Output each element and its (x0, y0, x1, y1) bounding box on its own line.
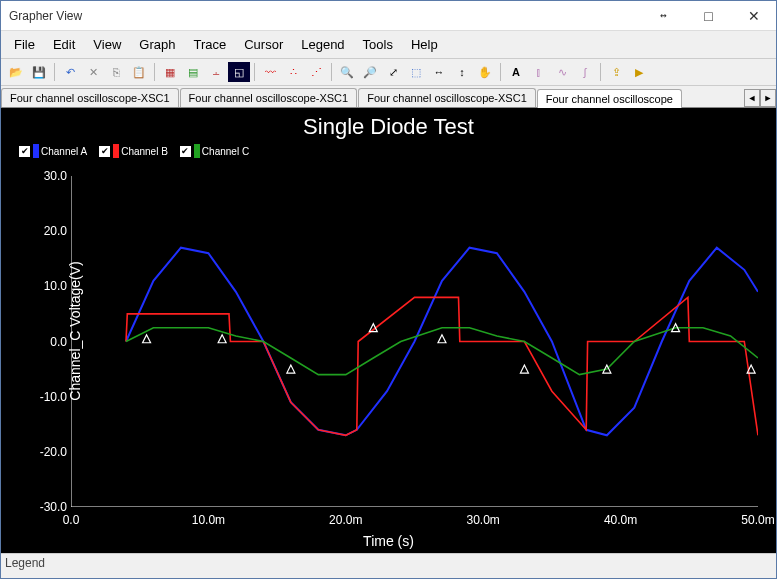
cursor-marker-left[interactable] (0, 336, 1, 346)
tab-3[interactable]: Four channel oscilloscope (537, 89, 682, 108)
bw-icon[interactable]: ◱ (228, 62, 250, 82)
fft-icon[interactable]: ∿ (551, 62, 573, 82)
x-tick: 50.0m (741, 513, 774, 527)
zoom-y-icon[interactable]: ↕ (451, 62, 473, 82)
trace-both-icon[interactable]: ⋰ (305, 62, 327, 82)
y-tick: 30.0 (44, 169, 67, 183)
checkbox-icon[interactable]: ✔ (99, 146, 110, 157)
close-button[interactable]: ✕ (731, 1, 776, 30)
swatch-b (113, 144, 119, 158)
x-tick: 0.0 (63, 513, 80, 527)
undo-icon[interactable]: ↶ (59, 62, 81, 82)
open-icon[interactable]: 📂 (5, 62, 27, 82)
tab-2[interactable]: Four channel oscilloscope-XSC1 (358, 88, 536, 107)
window-buttons: ↔ □ ✕ (641, 1, 776, 30)
menu-help[interactable]: Help (402, 34, 447, 55)
plot-title: Single Diode Test (1, 108, 776, 142)
grid-icon[interactable]: ▦ (159, 62, 181, 82)
trace-channel-b (126, 297, 758, 435)
y-tick: -20.0 (40, 445, 67, 459)
y-tick: -10.0 (40, 390, 67, 404)
separator (54, 63, 55, 81)
simulate-icon[interactable]: ▶ (628, 62, 650, 82)
separator (154, 63, 155, 81)
y-tick: 0.0 (50, 335, 67, 349)
paste-icon[interactable]: 📋 (128, 62, 150, 82)
plot-svg (71, 176, 758, 507)
maximize-button[interactable]: □ (686, 1, 731, 30)
tab-0[interactable]: Four channel oscilloscope-XSC1 (1, 88, 179, 107)
legend-label-b: Channel B (121, 146, 168, 157)
legend-item-c[interactable]: ✔ Channel C (180, 144, 249, 158)
menu-file[interactable]: File (5, 34, 44, 55)
zoom-in-icon[interactable]: 🔍 (336, 62, 358, 82)
tab-scroll-right-icon[interactable]: ► (760, 89, 776, 107)
x-tick: 30.0m (467, 513, 500, 527)
pan-icon[interactable]: ✋ (474, 62, 496, 82)
swatch-c (194, 144, 200, 158)
text-icon[interactable]: A (505, 62, 527, 82)
math-icon[interactable]: ∫ (574, 62, 596, 82)
separator (500, 63, 501, 81)
menu-graph[interactable]: Graph (130, 34, 184, 55)
tab-scroll-left-icon[interactable]: ◄ (744, 89, 760, 107)
tab-1[interactable]: Four channel oscilloscope-XSC1 (180, 88, 358, 107)
save-icon[interactable]: 💾 (28, 62, 50, 82)
svg-marker-4 (438, 335, 446, 343)
x-axis-ticks: 0.010.0m20.0m30.0m40.0m50.0m (71, 513, 758, 531)
checkbox-icon[interactable]: ✔ (19, 146, 30, 157)
x-tick: 20.0m (329, 513, 362, 527)
export-icon[interactable]: ⇪ (605, 62, 627, 82)
swatch-a (33, 144, 39, 158)
legend-label-a: Channel A (41, 146, 87, 157)
zoom-out-icon[interactable]: 🔎 (359, 62, 381, 82)
measure-icon[interactable]: ⫿ (528, 62, 550, 82)
cursor-icon[interactable]: ⫠ (205, 62, 227, 82)
menu-edit[interactable]: Edit (44, 34, 84, 55)
zoom-fit-icon[interactable]: ⤢ (382, 62, 404, 82)
tab-bar: Four channel oscilloscope-XSC1 Four chan… (1, 86, 776, 108)
menu-bar: File Edit View Graph Trace Cursor Legend… (1, 31, 776, 59)
plot-canvas[interactable] (71, 176, 758, 507)
plot-area[interactable]: Single Diode Test ✔ Channel A ✔ Channel … (1, 108, 776, 553)
trace-points-icon[interactable]: ∴ (282, 62, 304, 82)
svg-marker-2 (287, 365, 295, 373)
legend-item-b[interactable]: ✔ Channel B (99, 144, 168, 158)
window-title: Grapher View (9, 9, 82, 23)
plot-legend: ✔ Channel A ✔ Channel B ✔ Channel C (1, 142, 776, 160)
restore-down-icon[interactable]: ↔ (641, 1, 686, 30)
separator (254, 63, 255, 81)
copy-icon[interactable]: ⎘ (105, 62, 127, 82)
menu-view[interactable]: View (84, 34, 130, 55)
zoom-x-icon[interactable]: ↔ (428, 62, 450, 82)
svg-marker-0 (143, 335, 151, 343)
menu-trace[interactable]: Trace (184, 34, 235, 55)
svg-marker-1 (218, 335, 226, 343)
menu-legend[interactable]: Legend (292, 34, 353, 55)
separator (331, 63, 332, 81)
legend-footer[interactable]: Legend (1, 553, 776, 572)
y-tick: 20.0 (44, 224, 67, 238)
menu-cursor[interactable]: Cursor (235, 34, 292, 55)
legend-icon[interactable]: ▤ (182, 62, 204, 82)
legend-item-a[interactable]: ✔ Channel A (19, 144, 87, 158)
y-axis-ticks: 30.020.010.00.0-10.0-20.0-30.0 (31, 176, 71, 507)
checkbox-icon[interactable]: ✔ (180, 146, 191, 157)
separator (600, 63, 601, 81)
x-axis-label: Time (s) (363, 533, 414, 549)
y-tick: 10.0 (44, 279, 67, 293)
trace-line-icon[interactable]: 〰 (259, 62, 281, 82)
legend-label-c: Channel C (202, 146, 249, 157)
delete-icon[interactable]: ✕ (82, 62, 104, 82)
title-bar: Grapher View ↔ □ ✕ (1, 1, 776, 31)
x-tick: 40.0m (604, 513, 637, 527)
menu-tools[interactable]: Tools (354, 34, 402, 55)
zoom-region-icon[interactable]: ⬚ (405, 62, 427, 82)
y-tick: -30.0 (40, 500, 67, 514)
svg-marker-5 (520, 365, 528, 373)
x-tick: 10.0m (192, 513, 225, 527)
toolbar: 📂 💾 ↶ ✕ ⎘ 📋 ▦ ▤ ⫠ ◱ 〰 ∴ ⋰ 🔍 🔎 ⤢ ⬚ ↔ ↕ ✋ … (1, 59, 776, 86)
trace-channel-a (126, 248, 758, 436)
